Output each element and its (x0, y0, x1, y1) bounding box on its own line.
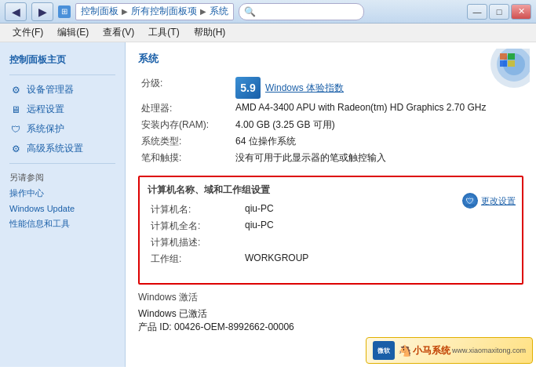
system-type-label: 系统类型: (138, 133, 232, 150)
title-bar: ◀ ▶ ⊞ 控制面板 ▶ 所有控制面板项 ▶ 系统 🔍 — □ ✕ (0, 0, 536, 24)
computer-desc-row: 计算机描述: (148, 234, 514, 251)
wei-badge: 5.9 Windows 体验指数 (235, 77, 344, 99)
activation-status: Windows 已激活 (138, 307, 523, 321)
forward-button[interactable]: ▶ (31, 2, 53, 21)
window-icon: ⊞ (58, 5, 71, 18)
performance-label: 性能信息和工具 (9, 218, 70, 230)
system-type-row: 系统类型: 64 位操作系统 (138, 133, 523, 150)
sidebar-performance[interactable]: 性能信息和工具 (0, 216, 125, 232)
title-bar-left: ◀ ▶ ⊞ 控制面板 ▶ 所有控制面板项 ▶ 系统 🔍 (5, 2, 364, 21)
workgroup-row: 工作组: WORKGROUP (148, 251, 514, 267)
path-arrow-2: ▶ (200, 7, 206, 16)
menu-file[interactable]: 文件(F) (6, 24, 49, 41)
pen-row: 笔和触摸: 没有可用于此显示器的笔或触控输入 (138, 150, 523, 166)
watermark-brand: 小马系统 (413, 344, 450, 358)
sidebar-item-remote[interactable]: 🖥 远程设置 (0, 100, 125, 119)
sidebar-item-protection[interactable]: 🛡 系统保护 (0, 119, 125, 139)
maximize-button[interactable]: □ (489, 4, 509, 20)
menu-bar: 文件(F) 编辑(E) 查看(V) 工具(T) 帮助(H) (0, 24, 536, 42)
system-type-value: 64 位操作系统 (232, 133, 523, 150)
sidebar-divider-1 (9, 74, 115, 75)
search-icon: 🔍 (244, 6, 256, 17)
protection-icon: 🛡 (9, 123, 22, 136)
section-title: 系统 (138, 52, 523, 69)
remote-icon: 🖥 (9, 103, 22, 116)
advanced-icon: ⚙ (9, 143, 22, 155)
windows-logo (467, 49, 530, 103)
computer-fullname-label: 计算机全名: (148, 218, 242, 234)
device-manager-label: 设备管理器 (27, 83, 74, 96)
svg-rect-4 (508, 53, 515, 60)
wei-score: 5.9 (235, 77, 261, 99)
close-button[interactable]: ✕ (511, 4, 531, 20)
sidebar-action-center[interactable]: 操作中心 (0, 185, 125, 201)
computer-desc-label: 计算机描述: (148, 234, 242, 251)
watermark: 微软 🐴 小马系统 www.xiaomaxitong.com (366, 337, 533, 364)
search-box[interactable]: 🔍 (239, 3, 364, 20)
sidebar: 控制面板主页 ⚙ 设备管理器 🖥 远程设置 🛡 系统保护 ⚙ 高级系统设置 另请… (0, 42, 126, 367)
path-arrow-1: ▶ (122, 7, 128, 16)
computer-fullname-row: 计算机全名: qiu-PC (148, 218, 514, 234)
wei-text[interactable]: Windows 体验指数 (265, 82, 344, 95)
svg-rect-3 (500, 53, 507, 60)
svg-rect-6 (508, 60, 515, 67)
back-button[interactable]: ◀ (5, 2, 27, 21)
main-layout: 控制面板主页 ⚙ 设备管理器 🖥 远程设置 🛡 系统保护 ⚙ 高级系统设置 另请… (0, 42, 536, 367)
ram-label: 安装内存(RAM): (138, 117, 232, 133)
processor-label: 处理器: (138, 100, 232, 117)
computer-section: 计算机名称、域和工作组设置 🛡 更改设置 计算机名: qiu-PC 计算机全名:… (138, 176, 523, 285)
menu-tools[interactable]: 工具(T) (142, 24, 185, 41)
remote-label: 远程设置 (27, 103, 64, 116)
product-id-label: 产品 ID: (138, 321, 174, 332)
change-settings-label: 更改设置 (481, 195, 516, 207)
window-controls: — □ ✕ (467, 4, 531, 20)
menu-view[interactable]: 查看(V) (97, 24, 140, 41)
computer-info-table: 计算机名: qiu-PC 计算机全名: qiu-PC 计算机描述: 工作组: W… (148, 201, 514, 267)
computer-name-label: 计算机名: (148, 201, 242, 218)
sidebar-item-advanced[interactable]: ⚙ 高级系统设置 (0, 139, 125, 158)
sidebar-divider-2 (9, 163, 115, 164)
ram-value: 4.00 GB (3.25 GB 可用) (232, 117, 523, 133)
path-system[interactable]: 系统 (210, 5, 228, 18)
search-input[interactable] (259, 7, 359, 16)
system-info-table: 分级: 5.9 Windows 体验指数 处理器: AMD A4-3400 AP… (138, 75, 523, 166)
menu-help[interactable]: 帮助(H) (188, 24, 232, 41)
rating-label: 分级: (138, 75, 232, 100)
change-settings-icon: 🛡 (462, 193, 478, 209)
computer-desc-value (242, 234, 514, 251)
advanced-label: 高级系统设置 (27, 142, 83, 155)
workgroup-value: WORKGROUP (242, 251, 514, 267)
svg-rect-5 (500, 60, 507, 67)
content-area: 系统 分级: 5.9 Windows 体验指数 处理器: AMD A4-3400… (126, 42, 536, 367)
pen-value: 没有可用于此显示器的笔或触控输入 (232, 150, 523, 166)
menu-edit[interactable]: 编辑(E) (51, 24, 95, 41)
minimize-button[interactable]: — (467, 4, 487, 20)
path-controlpanel[interactable]: 控制面板 (81, 5, 119, 18)
processor-row: 处理器: AMD A4-3400 APU with Radeon(tm) HD … (138, 100, 523, 117)
sidebar-windows-update[interactable]: Windows Update (0, 201, 125, 216)
sidebar-home[interactable]: 控制面板主页 (0, 49, 125, 70)
pen-label: 笔和触摸: (138, 150, 232, 166)
product-id-value: 00426-OEM-8992662-00006 (174, 321, 294, 332)
device-manager-icon: ⚙ (9, 84, 22, 96)
watermark-url: www.xiaomaxitong.com (452, 347, 526, 354)
protection-label: 系统保护 (27, 122, 64, 136)
also-see-title: 另请参阅 (0, 169, 125, 185)
computer-name-row: 计算机名: qiu-PC (148, 201, 514, 218)
product-id: 产品 ID: 00426-OEM-8992662-00006 (138, 321, 523, 334)
action-center-label: 操作中心 (9, 187, 44, 199)
activation-section: Windows 激活 Windows 已激活 产品 ID: 00426-OEM-… (138, 291, 523, 334)
address-path: 控制面板 ▶ 所有控制面板项 ▶ 系统 (75, 3, 234, 20)
windows-update-label: Windows Update (9, 204, 75, 213)
sidebar-item-device-manager[interactable]: ⚙ 设备管理器 (0, 80, 125, 100)
change-settings-button[interactable]: 🛡 更改设置 (462, 193, 516, 209)
watermark-logo: 微软 (373, 341, 395, 360)
workgroup-label: 工作组: (148, 251, 242, 267)
path-allpanels[interactable]: 所有控制面板项 (131, 5, 197, 18)
computer-fullname-value: qiu-PC (242, 218, 514, 234)
watermark-logo-text: 微软 (377, 347, 390, 355)
ram-row: 安装内存(RAM): 4.00 GB (3.25 GB 可用) (138, 117, 523, 133)
activation-title: Windows 激活 (138, 291, 523, 304)
rating-row: 分级: 5.9 Windows 体验指数 (138, 75, 523, 100)
computer-section-title: 计算机名称、域和工作组设置 (148, 183, 514, 197)
